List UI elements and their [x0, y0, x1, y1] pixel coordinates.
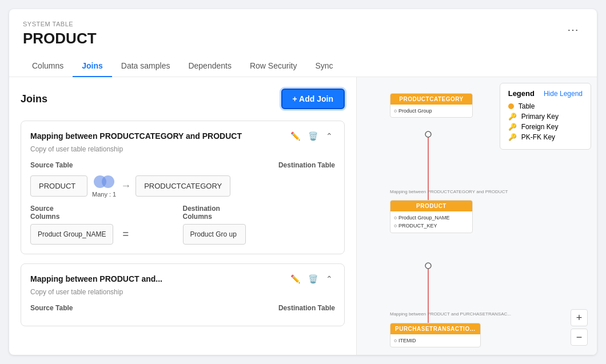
legend-header: Legend Hide Legend: [508, 89, 583, 98]
mapping-1-actions: ✏️ 🗑️ ⌃: [288, 130, 335, 142]
columns-section: SourceColumns Product Group_NAME = Desti…: [30, 205, 335, 245]
mapping-block-1: Mapping between PRODUCTCATEGORY and PROD…: [21, 121, 345, 254]
mapping-2-title: Mapping between PRODUCT and...: [30, 274, 288, 283]
node-row: ○ PRODUCT_KEY: [394, 222, 469, 230]
node-product-header: PRODUCT: [390, 201, 472, 211]
diagram-area: PRODUCTCATEGORY ○ Product Group Mapping …: [357, 77, 597, 355]
join-type-box: Many : 1: [92, 174, 116, 198]
legend-pk-label: Primary Key: [521, 113, 559, 121]
node-purchasetransaction-body: ○ ITEMID: [390, 334, 480, 347]
mapping-1-subtitle: Copy of user table relationship: [30, 145, 335, 153]
content-area: Joins + Add Join Mapping between PRODUCT…: [9, 77, 597, 355]
mapping-2-collapse-button[interactable]: ⌃: [324, 273, 335, 285]
foreign-key-icon: 🔑: [508, 123, 517, 131]
mapping-2-delete-button[interactable]: 🗑️: [306, 273, 320, 285]
destination-table-label: Destination Table: [278, 161, 335, 169]
mapping-1-title: Mapping between PRODUCTCATEGORY and PROD…: [30, 131, 288, 141]
source-table-value: PRODUCT: [30, 175, 87, 197]
diagram-node-productcategory: PRODUCTCATEGORY ○ Product Group: [390, 93, 473, 118]
node-row: ○ Product Group_NAME: [394, 214, 469, 222]
mapping-2-subtitle: Copy of user table relationship: [30, 288, 335, 296]
zoom-in-button[interactable]: +: [571, 309, 588, 326]
mapping-1-header: Mapping between PRODUCTCATEGORY and PROD…: [30, 130, 335, 142]
equals-icon: =: [118, 229, 133, 241]
add-join-button[interactable]: + Add Join: [281, 89, 345, 109]
dest-col-row: Product Gro up: [183, 224, 336, 245]
joins-header: Joins + Add Join: [21, 89, 345, 109]
mapping-2-dest-label: Destination Table: [278, 304, 335, 312]
tab-joins[interactable]: Joins: [73, 55, 112, 77]
mapping-2-source-label: Source Table: [30, 304, 73, 312]
legend-item-table: Table: [508, 102, 583, 110]
source-column-value: Product Group_NAME: [30, 224, 113, 245]
tab-columns[interactable]: Columns: [23, 55, 73, 77]
mapping-1-collapse-button[interactable]: ⌃: [324, 130, 335, 142]
joins-title: Joins: [21, 93, 47, 105]
legend-pkfk-label: PK-FK Key: [521, 133, 555, 141]
tab-dependents[interactable]: Dependents: [179, 55, 241, 77]
source-col-row: Product Group_NAME =: [30, 224, 183, 245]
mapping-2-table-labels: Source Table Destination Table: [30, 304, 335, 312]
tab-row-security[interactable]: Row Security: [241, 55, 306, 77]
tabs: Columns Joins Data samples Dependents Ro…: [23, 55, 583, 77]
node-productcategory-header: PRODUCTCATEGORY: [390, 94, 472, 105]
svg-point-4: [425, 263, 431, 269]
legend-dot-icon: [508, 103, 514, 109]
destination-table-value: PRODUCTCATEGORY: [135, 175, 230, 197]
legend-title: Legend: [508, 89, 535, 98]
primary-key-icon: 🔑: [508, 113, 517, 121]
mapping-1-delete-button[interactable]: 🗑️: [306, 130, 320, 142]
mapping-2-edit-button[interactable]: ✏️: [288, 273, 302, 285]
legend-fk-label: Foreign Key: [521, 123, 559, 131]
mapping-label-1: Mapping between PRODUCTCATEGORY and PROD…: [390, 189, 508, 194]
tab-data-samples[interactable]: Data samples: [112, 55, 180, 77]
join-type-label: Many : 1: [92, 191, 116, 198]
destination-columns-label: DestinationColumns: [183, 205, 336, 221]
legend-item-pkfk: 🔑 PK-FK Key: [508, 133, 583, 141]
source-columns-label: SourceColumns: [30, 205, 183, 221]
venn-right: [102, 175, 114, 188]
header: SYSTEM TABLE PRODUCT ⋯ Columns Joins Dat…: [9, 9, 597, 77]
destination-column-value: Product Gro up: [183, 224, 246, 245]
right-panel: PRODUCTCATEGORY ○ Product Group Mapping …: [357, 77, 597, 355]
page-container: SYSTEM TABLE PRODUCT ⋯ Columns Joins Dat…: [9, 9, 597, 355]
node-row: ○ ITEMID: [394, 337, 477, 345]
mapping-1-table-labels: Source Table Destination Table: [30, 161, 335, 169]
node-purchasetransaction-header: PURCHASETRANSACTIO...: [390, 323, 480, 334]
hide-legend-button[interactable]: Hide Legend: [544, 90, 583, 98]
zoom-controls: + −: [571, 309, 588, 346]
legend-item-pk: 🔑 Primary Key: [508, 113, 583, 121]
diagram-node-purchasetransaction: PURCHASETRANSACTIO... ○ ITEMID: [390, 323, 481, 347]
join-venn-icon: [93, 174, 115, 190]
legend-table-label: Table: [519, 102, 535, 110]
legend-box: Legend Hide Legend Table 🔑 Primary Key 🔑…: [500, 83, 591, 150]
node-row: ○ Product Group: [394, 107, 469, 115]
mapping-label-2: Mapping between PRODUCT and PURCHASETRAN…: [390, 311, 511, 317]
mapping-2-header: Mapping between PRODUCT and... ✏️ 🗑️ ⌃: [30, 273, 335, 285]
mapping-1-edit-button[interactable]: ✏️: [288, 130, 302, 142]
source-table-label: Source Table: [30, 161, 73, 169]
zoom-out-button[interactable]: −: [571, 329, 588, 346]
mapping-2-actions: ✏️ 🗑️ ⌃: [288, 273, 335, 285]
arrow-right-icon: →: [121, 180, 131, 192]
node-product-body: ○ Product Group_NAME ○ PRODUCT_KEY: [390, 211, 472, 233]
system-table-label: SYSTEM TABLE: [23, 21, 583, 27]
node-productcategory-body: ○ Product Group: [390, 105, 472, 117]
destination-columns-half: DestinationColumns Product Gro up: [183, 205, 336, 245]
pkfk-key-icon: 🔑: [508, 133, 517, 141]
source-columns-half: SourceColumns Product Group_NAME =: [30, 205, 183, 245]
left-panel: Joins + Add Join Mapping between PRODUCT…: [9, 77, 357, 355]
mapping-1-table-row: PRODUCT Many : 1 → PRODUCTCATEGORY: [30, 174, 335, 198]
legend-item-fk: 🔑 Foreign Key: [508, 123, 583, 131]
diagram-node-product: PRODUCT ○ Product Group_NAME ○ PRODUCT_K…: [390, 200, 473, 233]
svg-point-2: [425, 131, 431, 137]
more-options-button[interactable]: ⋯: [563, 21, 583, 39]
mapping-block-2: Mapping between PRODUCT and... ✏️ 🗑️ ⌃ C…: [21, 263, 345, 326]
page-title: PRODUCT: [23, 30, 583, 47]
tab-sync[interactable]: Sync: [306, 55, 342, 77]
